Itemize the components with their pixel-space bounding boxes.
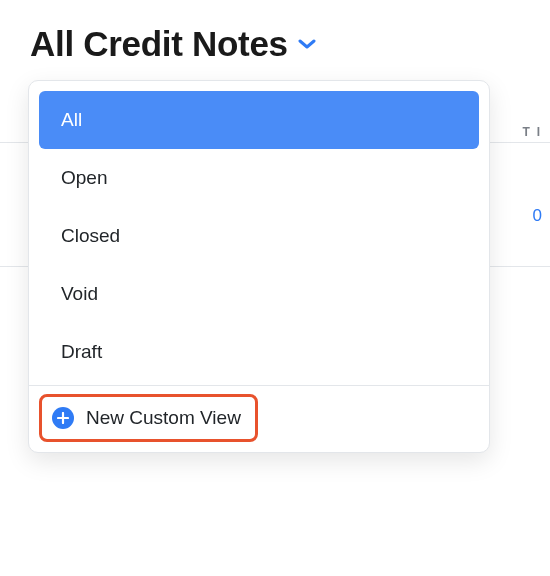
page-title-row: All Credit Notes — [0, 0, 550, 64]
view-option-label: Open — [61, 167, 107, 188]
dropdown-footer: New Custom View — [29, 386, 489, 452]
view-option-void[interactable]: Void — [39, 265, 479, 323]
view-option-closed[interactable]: Closed — [39, 207, 479, 265]
view-option-draft[interactable]: Draft — [39, 323, 479, 381]
view-option-label: Closed — [61, 225, 120, 246]
chevron-down-icon[interactable] — [298, 38, 316, 50]
view-dropdown: All Open Closed Void Draft New Custom Vi… — [28, 80, 490, 453]
view-option-label: Draft — [61, 341, 102, 362]
view-dropdown-items: All Open Closed Void Draft — [29, 81, 489, 385]
table-link-fragment[interactable]: 0 — [533, 206, 542, 226]
new-custom-view-label: New Custom View — [86, 407, 241, 429]
table-column-header-fragment: T I — [523, 125, 542, 139]
view-option-all[interactable]: All — [39, 91, 479, 149]
view-option-open[interactable]: Open — [39, 149, 479, 207]
new-custom-view-button[interactable]: New Custom View — [39, 394, 258, 442]
page-title: All Credit Notes — [30, 24, 288, 64]
view-option-label: Void — [61, 283, 98, 304]
plus-icon — [52, 407, 74, 429]
view-option-label: All — [61, 109, 82, 130]
